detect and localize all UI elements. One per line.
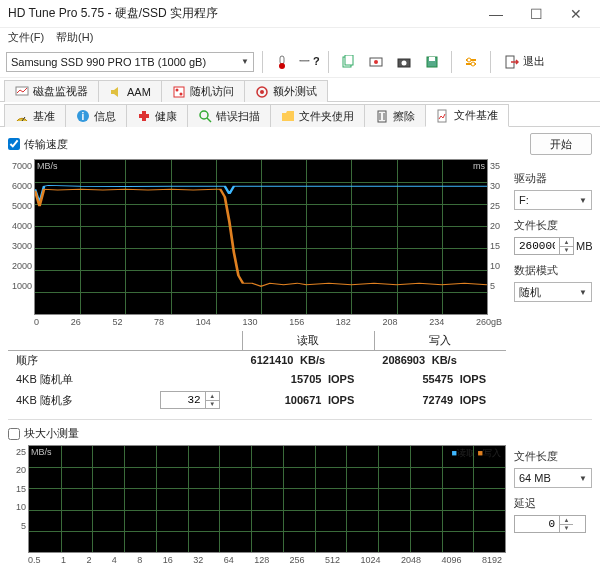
erase-icon bbox=[375, 109, 389, 123]
transfer-speed-checkbox[interactable]: 传输速度 bbox=[8, 137, 68, 152]
svg-point-17 bbox=[175, 88, 178, 91]
svg-rect-25 bbox=[139, 114, 149, 118]
file-length-label: 文件长度 bbox=[514, 218, 592, 233]
spinner-down-icon[interactable]: ▼ bbox=[560, 525, 573, 533]
svg-point-5 bbox=[374, 60, 378, 64]
tab-disk-monitor[interactable]: 磁盘监视器 bbox=[4, 80, 99, 102]
block-size-checkbox[interactable]: 块大小测量 bbox=[8, 426, 592, 441]
menu-file[interactable]: 文件(F) bbox=[8, 30, 44, 45]
tabs-row-top: 磁盘监视器 AAM 随机访问 额外测试 bbox=[0, 79, 600, 102]
divider bbox=[490, 51, 491, 73]
spinner-down-icon[interactable]: ▼ bbox=[560, 247, 573, 255]
maximize-button[interactable]: ☐ bbox=[516, 0, 556, 28]
transfer-chart-area: 7000600050004000300020001000 MB/s ms bbox=[8, 159, 506, 315]
file-length2-select[interactable]: 64 MB▼ bbox=[514, 468, 592, 488]
transfer-speed-input[interactable] bbox=[8, 138, 20, 150]
close-button[interactable]: ✕ bbox=[556, 0, 596, 28]
svg-point-18 bbox=[179, 92, 182, 95]
svg-point-12 bbox=[467, 58, 471, 62]
tab-aam[interactable]: AAM bbox=[98, 80, 162, 102]
svg-rect-9 bbox=[429, 57, 435, 61]
chart2-y-axis: 252015105 bbox=[8, 445, 28, 553]
device-select-value: Samsung SSD 990 PRO 1TB (1000 gB) bbox=[11, 56, 206, 68]
window-controls: — ☐ ✕ bbox=[476, 0, 596, 28]
spinner-down-icon[interactable]: ▼ bbox=[206, 401, 219, 409]
device-select[interactable]: Samsung SSD 990 PRO 1TB (1000 gB) ▼ bbox=[6, 52, 254, 72]
chevron-down-icon: ▼ bbox=[579, 288, 587, 297]
tab-error-scan[interactable]: 错误扫描 bbox=[187, 104, 271, 127]
block-size-input[interactable] bbox=[8, 428, 20, 440]
tab-benchmark[interactable]: 基准 bbox=[4, 104, 66, 127]
svg-rect-0 bbox=[280, 56, 284, 64]
svg-rect-28 bbox=[378, 111, 386, 122]
extra-icon bbox=[255, 85, 269, 99]
svg-rect-3 bbox=[345, 55, 353, 65]
chevron-down-icon: ▼ bbox=[579, 474, 587, 483]
svg-text:i: i bbox=[82, 111, 85, 122]
tab-folder-usage[interactable]: 文件夹使用 bbox=[270, 104, 365, 127]
content: 传输速度 开始 7000600050004000300020001000 MB/… bbox=[0, 127, 600, 575]
series-write bbox=[35, 189, 487, 286]
minimize-button[interactable]: — bbox=[476, 0, 516, 28]
scan-icon bbox=[198, 109, 212, 123]
toolbar: Samsung SSD 990 PRO 1TB (1000 gB) ▼ 一 ? … bbox=[0, 46, 600, 78]
start-button[interactable]: 开始 bbox=[530, 133, 592, 155]
queue-depth-spinner[interactable]: ▲▼ bbox=[160, 391, 220, 409]
exit-button[interactable]: 退出 bbox=[499, 51, 551, 73]
chart1-x-axis: 0265278104130156182208234260gB bbox=[8, 315, 506, 327]
menu-help[interactable]: 帮助(H) bbox=[56, 30, 93, 45]
svg-point-26 bbox=[200, 111, 208, 119]
menubar: 文件(F) 帮助(H) bbox=[0, 28, 600, 46]
file-length2-label: 文件长度 bbox=[514, 449, 592, 464]
svg-rect-16 bbox=[174, 87, 184, 97]
folder-icon bbox=[281, 109, 295, 123]
svg-point-1 bbox=[279, 63, 285, 69]
divider bbox=[451, 51, 452, 73]
file-benchmark-icon bbox=[436, 109, 450, 123]
temp-label: 一 ? bbox=[299, 54, 320, 69]
save-icon[interactable] bbox=[421, 51, 443, 73]
delay-spinner[interactable]: ▲▼ bbox=[514, 515, 586, 533]
sidebar-controls: 驱动器 F:▼ 文件长度 ▲▼ MB 数据模式 随机▼ bbox=[514, 159, 592, 411]
copy-icon[interactable] bbox=[337, 51, 359, 73]
table-row: 顺序 6121410 KB/s 2086903 KB/s bbox=[8, 351, 506, 371]
health-icon bbox=[137, 109, 151, 123]
settings-icon[interactable] bbox=[460, 51, 482, 73]
spinner-up-icon[interactable]: ▲ bbox=[560, 238, 573, 247]
data-mode-label: 数据模式 bbox=[514, 263, 592, 278]
svg-point-13 bbox=[471, 62, 475, 66]
driver-select[interactable]: F:▼ bbox=[514, 190, 592, 210]
chevron-down-icon: ▼ bbox=[241, 57, 249, 66]
screenshot-icon[interactable] bbox=[365, 51, 387, 73]
svg-line-27 bbox=[207, 118, 211, 122]
tab-health[interactable]: 健康 bbox=[126, 104, 188, 127]
series-read bbox=[35, 185, 487, 203]
tab-random-access[interactable]: 随机访问 bbox=[161, 80, 245, 102]
temperature-icon[interactable] bbox=[271, 51, 293, 73]
transfer-chart: MB/s ms bbox=[34, 159, 488, 315]
svg-rect-31 bbox=[438, 110, 446, 122]
spinner-up-icon[interactable]: ▲ bbox=[206, 392, 219, 401]
chart2-legend: ■读取 ■写入 bbox=[452, 447, 501, 460]
results-table: 读取 写入 顺序 6121410 KB/s 2086903 KB/s 4KB 随… bbox=[8, 331, 506, 411]
gauge-icon bbox=[15, 109, 29, 123]
data-mode-select[interactable]: 随机▼ bbox=[514, 282, 592, 302]
spinner-up-icon[interactable]: ▲ bbox=[560, 516, 573, 525]
camera-icon[interactable] bbox=[393, 51, 415, 73]
table-row: 4KB 随机多 ▲▼ 100671 IOPS 72749 IOPS bbox=[8, 389, 506, 411]
svg-point-7 bbox=[401, 60, 406, 65]
chevron-down-icon: ▼ bbox=[579, 196, 587, 205]
divider bbox=[262, 51, 263, 73]
tab-file-benchmark[interactable]: 文件基准 bbox=[425, 104, 509, 127]
svg-point-20 bbox=[260, 90, 264, 94]
tab-erase[interactable]: 擦除 bbox=[364, 104, 426, 127]
tab-info[interactable]: i信息 bbox=[65, 104, 127, 127]
info-icon: i bbox=[76, 109, 90, 123]
divider bbox=[328, 51, 329, 73]
blocksize-chart: MB/s ■读取 ■写入 bbox=[28, 445, 506, 553]
file-length-spinner[interactable]: ▲▼ bbox=[514, 237, 574, 255]
chart1-y-axis-left: 7000600050004000300020001000 bbox=[8, 159, 34, 315]
exit-icon bbox=[505, 55, 519, 69]
driver-label: 驱动器 bbox=[514, 171, 592, 186]
tab-extra-test[interactable]: 额外测试 bbox=[244, 80, 328, 102]
